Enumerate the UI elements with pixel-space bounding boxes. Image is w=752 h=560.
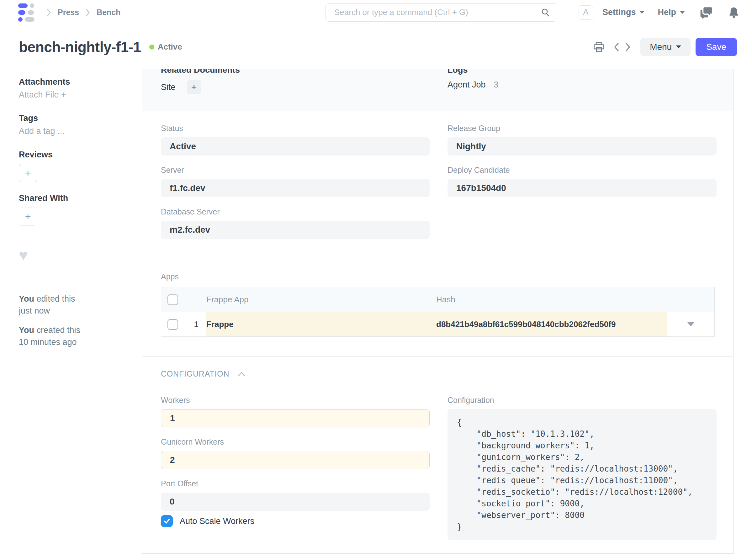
printer-icon bbox=[593, 42, 605, 52]
navbar-right: A Settings Help bbox=[579, 5, 740, 20]
server-field[interactable]: f1.fc.dev bbox=[161, 179, 430, 197]
release-group-field[interactable]: Nightly bbox=[448, 137, 716, 156]
chevron-left-icon bbox=[613, 42, 621, 52]
plus-icon: + bbox=[191, 82, 197, 93]
save-button[interactable]: Save bbox=[696, 38, 737, 56]
chat-icon[interactable] bbox=[700, 6, 712, 19]
check-icon bbox=[163, 517, 171, 525]
app-name-cell[interactable]: Frappe bbox=[206, 312, 436, 337]
status-text: Active bbox=[158, 42, 182, 52]
deploy-candidate-field[interactable]: 167b1504d0 bbox=[448, 179, 716, 197]
database-server-field[interactable]: m2.fc.dev bbox=[161, 221, 430, 239]
prev-doc-button[interactable] bbox=[613, 42, 621, 52]
agent-job-link[interactable]: Agent Job bbox=[448, 80, 486, 90]
configuration-section-toggle[interactable]: CONFIGURATION bbox=[161, 369, 716, 379]
print-button[interactable] bbox=[593, 42, 605, 52]
breadcrumb: Press Bench bbox=[46, 8, 121, 17]
search-input[interactable] bbox=[334, 7, 541, 18]
app-logo-icon[interactable] bbox=[18, 3, 35, 22]
config-right-col: Configuration { "db_host": "10.1.3.102",… bbox=[448, 396, 716, 541]
settings-menu[interactable]: Settings bbox=[602, 7, 645, 17]
add-review-button[interactable]: + bbox=[19, 164, 37, 182]
port-offset-field[interactable]: 0 bbox=[161, 493, 430, 511]
details-left-col: Status Active Server f1.fc.dev Database … bbox=[161, 124, 430, 260]
apps-section: Apps Frappe App Hash bbox=[142, 260, 733, 357]
chevron-down-icon bbox=[687, 322, 694, 326]
auto-scale-row: Auto Scale Workers bbox=[161, 515, 430, 527]
status-field[interactable]: Active bbox=[161, 137, 430, 156]
status-indicator: Active bbox=[149, 42, 182, 52]
apps-grid-label: Apps bbox=[161, 272, 714, 281]
site-link[interactable]: Site bbox=[161, 82, 176, 92]
form-dashboard: Related Documents Site + Logs Agent Job … bbox=[142, 69, 733, 111]
row-checkbox[interactable] bbox=[167, 319, 178, 330]
database-server-label: Database Server bbox=[161, 207, 430, 216]
page-title[interactable]: bench-nightly-f1-1 bbox=[19, 39, 141, 56]
created-activity: You created this 10 minutes ago bbox=[19, 324, 129, 348]
plus-icon: + bbox=[25, 211, 31, 223]
reviews-heading: Reviews bbox=[19, 150, 129, 160]
search-icon[interactable] bbox=[541, 8, 550, 17]
menu-button[interactable]: Menu bbox=[640, 38, 691, 56]
add-site-button[interactable]: + bbox=[187, 80, 201, 94]
bell-icon[interactable] bbox=[728, 6, 740, 19]
details-right-col: Release Group Nightly Deploy Candidate 1… bbox=[448, 124, 716, 260]
release-group-label: Release Group bbox=[448, 124, 716, 133]
row-dropdown[interactable] bbox=[667, 312, 714, 336]
port-offset-label: Port Offset bbox=[161, 479, 430, 488]
navbar: Press Bench A Settings Help bbox=[0, 0, 752, 25]
chevron-right-icon bbox=[85, 8, 90, 17]
add-tag-input[interactable]: Add a tag ... bbox=[19, 126, 129, 136]
select-all-checkbox[interactable] bbox=[167, 295, 178, 305]
chevron-right-icon bbox=[624, 42, 632, 52]
server-label: Server bbox=[161, 165, 430, 175]
breadcrumb-press[interactable]: Press bbox=[58, 8, 79, 17]
app-hash-cell[interactable]: d8b421b49a8bf61c599b048140cbb2062fed50f9 bbox=[436, 312, 667, 337]
related-documents-heading: Related Documents bbox=[161, 69, 430, 75]
sidebar: Attachments Attach File + Tags Add a tag… bbox=[0, 69, 142, 348]
edited-activity: You edited this just now bbox=[19, 293, 129, 317]
apps-row: 1 Frappe d8b421b49a8bf61c599b048140cbb20… bbox=[161, 312, 715, 337]
chevron-up-icon bbox=[237, 371, 245, 377]
status-label: Status bbox=[161, 124, 430, 133]
add-share-button[interactable]: + bbox=[19, 207, 37, 226]
details-section: Status Active Server f1.fc.dev Database … bbox=[142, 111, 733, 260]
gunicorn-workers-input[interactable]: 2 bbox=[161, 451, 430, 469]
page-actions: Menu Save bbox=[593, 38, 737, 56]
avatar[interactable]: A bbox=[579, 5, 593, 20]
col-hash: Hash bbox=[436, 287, 667, 312]
plus-icon: + bbox=[25, 167, 31, 179]
logs-col: Logs Agent Job 3 bbox=[448, 69, 716, 111]
breadcrumb-bench[interactable]: Bench bbox=[97, 8, 120, 17]
apps-table: Frappe App Hash 1 Frappe bbox=[161, 287, 715, 337]
auto-scale-checkbox[interactable] bbox=[161, 515, 173, 527]
row-index: 1 bbox=[194, 320, 198, 329]
tags-heading: Tags bbox=[19, 114, 129, 123]
global-search[interactable] bbox=[325, 3, 557, 22]
attach-file-button[interactable]: Attach File + bbox=[19, 90, 129, 100]
help-menu[interactable]: Help bbox=[658, 7, 685, 17]
next-doc-button[interactable] bbox=[624, 42, 632, 52]
workers-label: Workers bbox=[161, 396, 430, 405]
chevron-down-icon bbox=[676, 45, 681, 48]
status-dot-icon bbox=[149, 44, 154, 49]
shared-with-heading: Shared With bbox=[19, 194, 129, 203]
deploy-candidate-label: Deploy Candidate bbox=[448, 165, 716, 175]
apps-header-row: Frappe App Hash bbox=[161, 287, 715, 312]
config-left-col: Workers 1 Gunicorn Workers 2 Port Offset… bbox=[161, 396, 430, 541]
main-form: Related Documents Site + Logs Agent Job … bbox=[142, 69, 733, 554]
chevron-down-icon bbox=[680, 11, 685, 14]
agent-job-count: 3 bbox=[494, 80, 499, 90]
plus-icon: + bbox=[61, 90, 66, 99]
chevron-down-icon bbox=[639, 11, 645, 14]
layout: Attachments Attach File + Tags Add a tag… bbox=[0, 69, 752, 560]
auto-scale-label[interactable]: Auto Scale Workers bbox=[180, 516, 254, 526]
configuration-label: Configuration bbox=[448, 396, 716, 405]
configuration-section: CONFIGURATION Workers 1 Gunicorn Workers… bbox=[142, 357, 733, 554]
chevron-right-icon bbox=[46, 8, 52, 17]
like-heart-icon[interactable]: ♥ bbox=[19, 248, 129, 263]
col-frappe-app: Frappe App bbox=[206, 287, 436, 312]
page-head: bench-nightly-f1-1 Active Menu Save bbox=[0, 25, 752, 69]
workers-input[interactable]: 1 bbox=[161, 409, 430, 427]
configuration-json-box: { "db_host": "10.1.3.102", "background_w… bbox=[448, 409, 716, 540]
